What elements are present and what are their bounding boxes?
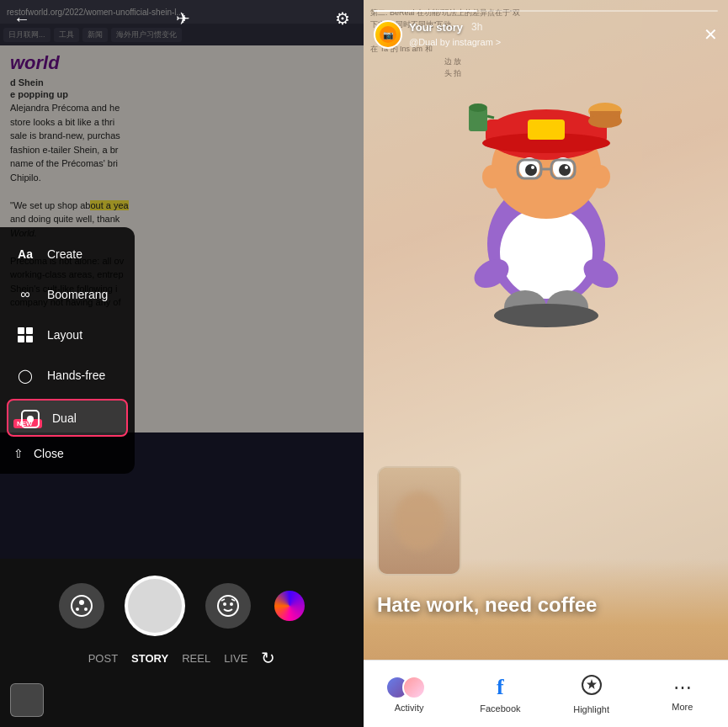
story-close-button[interactable]: ✕ <box>704 24 718 45</box>
menu-item-handsfree[interactable]: ◯ Hands-free <box>0 355 135 395</box>
more-icon: ⋯ <box>673 677 692 698</box>
handsfree-icon: ◯ <box>13 364 37 387</box>
nav-facebook[interactable]: f Facebook <box>470 675 529 714</box>
galaxy-button[interactable] <box>274 591 305 621</box>
menu-item-close[interactable]: ⇧ Close <box>0 440 135 467</box>
story-avatar: 📷 <box>374 20 402 49</box>
face-blur <box>394 491 444 550</box>
camera-top-row: ← ✈ ⚙ <box>0 8 364 29</box>
side-menu: Aa Create ∞ Boomerang Layout ◯ Hands-fre… <box>0 227 135 474</box>
svg-point-24 <box>531 166 534 169</box>
nav-activity[interactable]: Activity <box>380 676 438 713</box>
story-progress-bar <box>374 10 718 12</box>
svg-text:📷: 📷 <box>383 29 394 40</box>
chevron-up-icon: ⇧ <box>13 447 24 460</box>
pip-camera <box>377 466 461 576</box>
bottom-navigation: Activity f Facebook Highlight ⋯ More <box>364 660 728 727</box>
story-subtitle: @Dual by instagram > <box>409 37 501 47</box>
svg-point-29 <box>482 165 502 188</box>
viewer-avatar-2 <box>402 676 426 699</box>
more-label: More <box>672 702 693 712</box>
camera-buttons-row <box>0 559 364 636</box>
svg-point-12 <box>230 602 233 606</box>
highlight-label: Highlight <box>573 704 609 714</box>
svg-rect-2 <box>18 336 24 342</box>
svg-point-22 <box>525 164 537 176</box>
mode-selector-row: POST STORY REEL LIVE ↻ <box>0 648 364 668</box>
story-time: 3h <box>471 21 482 33</box>
face-inner <box>379 468 460 574</box>
menu-item-create[interactable]: Aa Create <box>0 234 135 274</box>
gallery-thumbnail[interactable] <box>10 683 44 717</box>
story-image: 第二. BeReal 在功能/玩法上的差异点在于"双 下实现"同时不同地"互动。… <box>364 0 728 727</box>
menu-item-dual[interactable]: NEW Dual <box>7 399 128 437</box>
camera-controls: POST STORY REEL LIVE ↻ <box>0 559 364 727</box>
right-panel: 第二. BeReal 在功能/玩法上的差异点在于"双 下实现"同时不同地"互动。… <box>364 0 728 727</box>
svg-point-8 <box>76 608 79 611</box>
boomerang-label: Boomerang <box>47 288 108 301</box>
back-button[interactable]: ← <box>13 9 30 29</box>
text-icon: Aa <box>13 242 37 266</box>
activity-label: Activity <box>395 703 424 713</box>
layout-label: Layout <box>47 328 82 342</box>
story-header: 📷 Your story 3h @Dual by instagram > ✕ <box>364 0 728 49</box>
svg-rect-0 <box>18 327 24 334</box>
handsfree-label: Hands-free <box>47 369 105 382</box>
svg-point-41 <box>494 304 598 327</box>
highlight-icon <box>581 674 603 701</box>
filter-button[interactable] <box>59 583 104 629</box>
svg-point-6 <box>72 596 92 616</box>
facebook-label: Facebook <box>480 703 520 714</box>
svg-rect-19 <box>528 119 565 140</box>
mode-post[interactable]: POST <box>88 652 118 665</box>
nav-more[interactable]: ⋯ More <box>653 677 712 712</box>
boomerang-icon: ∞ <box>13 283 37 306</box>
flash-icon[interactable]: ✈ <box>176 8 190 29</box>
story-title: Your story <box>409 21 463 34</box>
svg-point-25 <box>565 166 568 169</box>
dual-label: Dual <box>52 411 77 425</box>
svg-point-11 <box>223 602 226 606</box>
toy-figure <box>428 50 664 337</box>
svg-point-32 <box>469 103 487 112</box>
svg-point-10 <box>218 596 238 616</box>
story-progress-fill <box>374 10 477 12</box>
svg-point-14 <box>500 206 592 299</box>
svg-line-33 <box>487 116 494 118</box>
face-filter-button[interactable] <box>205 583 251 629</box>
svg-rect-1 <box>26 327 33 334</box>
nav-highlight[interactable]: Highlight <box>562 674 621 714</box>
mode-story[interactable]: STORY <box>131 652 168 665</box>
close-label: Close <box>34 447 64 460</box>
svg-point-7 <box>79 600 84 605</box>
story-text-overlay: Hate work, need coffee <box>377 593 715 618</box>
settings-icon[interactable]: ⚙ <box>335 8 350 29</box>
story-avatar-wrap[interactable]: 📷 <box>374 20 402 49</box>
svg-point-30 <box>590 165 610 188</box>
menu-item-layout[interactable]: Layout <box>0 315 135 355</box>
story-user-info: Your story 3h @Dual by instagram > <box>409 21 697 49</box>
facebook-icon: f <box>497 675 504 700</box>
mode-reel[interactable]: REEL <box>182 652 210 665</box>
rotate-icon[interactable]: ↻ <box>261 648 275 668</box>
shutter-button[interactable] <box>125 576 185 636</box>
svg-point-9 <box>84 608 88 611</box>
svg-point-36 <box>588 114 622 128</box>
left-panel: restofworld.org/2022/women-unofficial-sh… <box>0 0 364 727</box>
svg-rect-3 <box>26 336 33 342</box>
layout-icon <box>13 323 37 347</box>
menu-item-boomerang[interactable]: ∞ Boomerang <box>0 274 135 315</box>
create-label: Create <box>47 247 82 261</box>
svg-point-23 <box>559 164 571 176</box>
story-caption: Hate work, need coffee <box>377 593 597 616</box>
mode-live[interactable]: LIVE <box>224 652 247 665</box>
story-user-row: 📷 Your story 3h @Dual by instagram > ✕ <box>374 20 718 49</box>
